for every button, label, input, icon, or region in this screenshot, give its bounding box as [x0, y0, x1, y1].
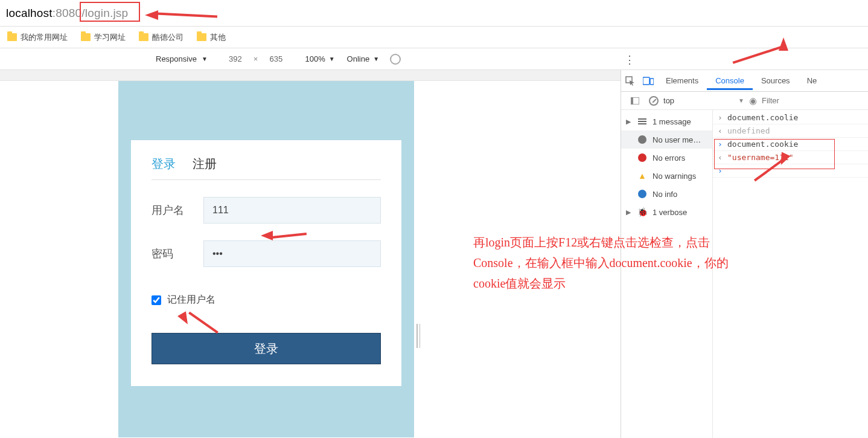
tab-console[interactable]: Console [707, 71, 753, 90]
folder-icon [81, 33, 91, 41]
tab-register[interactable]: 注册 [193, 156, 217, 172]
svg-rect-1 [643, 77, 649, 85]
chevron-down-icon: ▼ [373, 56, 379, 62]
svg-rect-4 [631, 97, 633, 105]
address-bar[interactable]: localhost:8080/login.jsp [0, 0, 868, 27]
folder-icon [139, 33, 148, 41]
viewport-height-input[interactable] [261, 53, 290, 66]
bookmark-label: 其他 [210, 32, 226, 43]
bookmark-label: 酷德公司 [152, 32, 183, 43]
resize-handle[interactable] [416, 324, 420, 348]
page-background: 登录 注册 用户名 密码 记住用户名 登录 [118, 81, 414, 437]
chevron-down-icon: ▼ [738, 97, 744, 104]
url-path: /login.jsp [81, 7, 128, 19]
login-button[interactable]: 登录 [152, 333, 381, 364]
remember-row: 记住用户名 [152, 294, 381, 306]
device-toolbar: Responsive ▼ × 100% ▼ Online ▼ ⋮ [0, 48, 868, 70]
info-icon [637, 190, 648, 198]
toggle-sidebar-icon[interactable] [628, 97, 642, 105]
bookmark-label: 学习网址 [94, 32, 126, 43]
sidebar-label: No info [653, 190, 677, 199]
sidebar-user-messages[interactable]: No user me… [621, 130, 712, 149]
log-line: ‹ "username=111" [713, 151, 868, 164]
verbose-icon: 🐞 [637, 207, 648, 217]
warning-icon: ▲ [637, 171, 648, 181]
login-card: 登录 注册 用户名 密码 记住用户名 登录 [131, 140, 401, 386]
password-input[interactable] [203, 240, 381, 267]
inspect-element-icon[interactable] [624, 76, 637, 86]
sidebar-label: No user me… [653, 135, 701, 144]
user-icon [637, 135, 648, 144]
sidebar-label: No errors [653, 153, 685, 163]
toggle-device-icon[interactable] [642, 77, 655, 85]
viewport-dimensions: × [221, 53, 291, 66]
clear-console-icon[interactable] [649, 96, 659, 106]
sidebar-label: 1 message [653, 117, 691, 126]
prompt-input-icon: › [718, 140, 724, 149]
context-label: top [663, 96, 674, 105]
bookmark-item[interactable]: 其他 [197, 32, 226, 43]
zoom-select[interactable]: 100% ▼ [305, 54, 334, 63]
tab-sources[interactable]: Sources [753, 71, 799, 90]
prompt-output-icon: ‹ [718, 153, 724, 162]
rotate-icon[interactable] [390, 54, 401, 65]
bookmark-item[interactable]: 酷德公司 [139, 32, 183, 43]
live-expression-icon[interactable]: ◉ [749, 95, 757, 106]
sidebar-label: 1 verbose [653, 208, 687, 217]
context-select[interactable]: top [663, 96, 677, 105]
sidebar-messages[interactable]: ▶ 1 message [621, 112, 712, 130]
log-text: document.coolie [727, 113, 798, 122]
password-row: 密码 [152, 240, 381, 267]
log-line: ‹ undefined [713, 124, 868, 138]
chevron-down-icon: ▼ [329, 56, 335, 62]
sidebar-verbose[interactable]: ▶ 🐞 1 verbose [621, 203, 712, 221]
sidebar-errors[interactable]: No errors [621, 149, 712, 167]
remember-label: 记住用户名 [167, 294, 215, 306]
folder-icon [197, 33, 206, 41]
bookmark-item[interactable]: 学习网址 [81, 32, 126, 43]
caret-icon: ▶ [626, 208, 632, 216]
caret-icon: ▶ [626, 118, 632, 126]
network-label: Online [347, 54, 370, 63]
console-filter-input[interactable] [762, 96, 863, 105]
password-label: 密码 [152, 246, 203, 261]
sidebar-info[interactable]: No info [621, 185, 712, 203]
sidebar-warnings[interactable]: ▲ No warnings [621, 167, 712, 185]
tab-login[interactable]: 登录 [152, 156, 176, 172]
log-text: document.cookie [727, 140, 798, 149]
url-port: :8080 [53, 7, 82, 19]
network-select[interactable]: Online ▼ [347, 54, 379, 63]
viewport-ruler [0, 70, 621, 81]
folder-icon [7, 33, 17, 41]
device-frame: 登录 注册 用户名 密码 记住用户名 登录 [118, 81, 414, 437]
tab-elements[interactable]: Elements [657, 71, 707, 90]
console-toolbar: top ▼ ◉ [621, 92, 868, 110]
device-select[interactable]: Responsive ▼ [151, 54, 212, 63]
error-icon [637, 153, 648, 162]
url-text: localhost:8080/login.jsp [6, 7, 128, 20]
log-line: › document.cookie [713, 138, 868, 151]
annotation-text: 再login页面上按F12或右键点击选检查，点击Console，在输入框中输入d… [473, 232, 739, 294]
log-line: › document.coolie [713, 111, 868, 124]
viewport-width-input[interactable] [221, 53, 250, 66]
prompt-input-icon: › [718, 113, 724, 122]
log-text: undefined [727, 126, 770, 135]
device-select-label: Responsive [156, 54, 197, 63]
remember-checkbox[interactable] [152, 295, 161, 305]
username-row: 用户名 [152, 197, 381, 224]
tab-more[interactable]: Ne [799, 71, 826, 90]
more-options-icon[interactable]: ⋮ [624, 53, 635, 66]
log-line-prompt[interactable]: › [713, 164, 868, 178]
devtools-tabs: Elements Console Sources Ne [621, 70, 868, 92]
bookmark-item[interactable]: 我的常用网址 [7, 32, 68, 43]
dimension-x: × [254, 54, 258, 63]
log-text: "username=111" [727, 153, 794, 162]
bookmark-label: 我的常用网址 [21, 32, 68, 43]
url-host: localhost [6, 7, 53, 19]
prompt-output-icon: ‹ [718, 126, 724, 135]
username-input[interactable] [203, 197, 381, 224]
bookmarks-bar: 我的常用网址 学习网址 酷德公司 其他 [0, 27, 868, 48]
chevron-down-icon: ▼ [202, 56, 208, 62]
zoom-label: 100% [305, 54, 325, 63]
prompt-input-icon: › [718, 166, 724, 175]
